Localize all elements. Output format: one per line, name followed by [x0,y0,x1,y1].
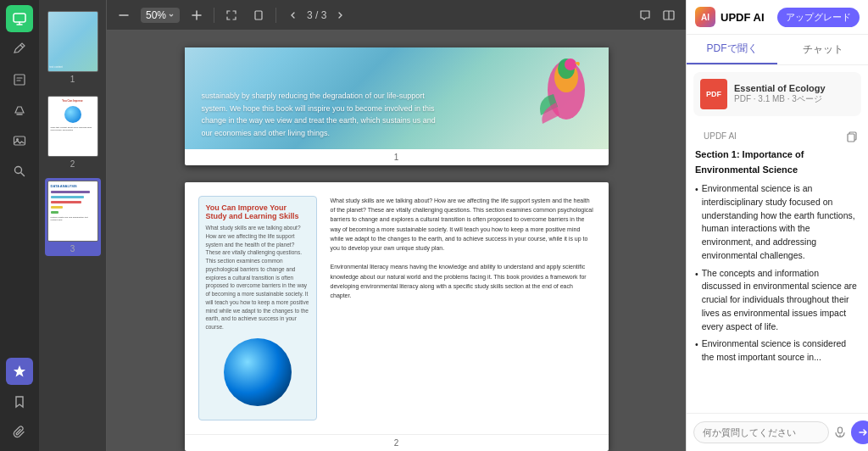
comment-button[interactable] [635,5,655,25]
file-type-icon: PDF [700,79,727,109]
ai-bullet-item: •Environmental science is considered the… [695,337,860,365]
ai-input-row [687,413,868,451]
ai-content-title: Section 1: Importance of Environmental S… [695,148,860,177]
toolbar-search-icon[interactable] [6,158,33,185]
svg-marker-5 [14,365,25,377]
ai-body: Section 1: Importance of Environmental S… [687,148,868,413]
ai-bullets: •Environmental science is an interdiscip… [695,182,860,365]
file-meta: PDF · 3.1 MB · 3ページ [734,93,854,105]
svg-point-15 [565,58,576,70]
next-page-button[interactable] [330,5,350,25]
zoom-display[interactable]: 50% [141,8,180,23]
toolbar-annotate-icon[interactable] [6,66,33,93]
toolbar-highlight-icon[interactable] [6,97,33,124]
thumbnail-sidebar: text content 1 You Can Improve small tex… [39,0,107,451]
tab-chat[interactable]: チャット [777,35,868,64]
svg-rect-2 [14,136,25,145]
file-details: Essential of Ecology PDF · 3.1 MB · 3ページ [734,83,854,105]
thumb-num-2: 2 [70,159,75,169]
ai-bullet-item: •Environmental science is an interdiscip… [695,182,860,263]
bullet-text: Environmental science is an interdiscipl… [702,182,860,263]
ai-chat-input[interactable] [693,421,829,443]
svg-rect-17 [838,427,843,433]
zoom-value: 50% [146,9,166,21]
bullet-text: Environmental science is considered the … [702,337,860,365]
ai-panel: AI UPDF AI アップグレード PDFで聞く チャット PDF Essen… [686,0,868,451]
toolbar-image-icon[interactable] [6,127,33,154]
toolbar-attach-icon[interactable] [6,419,33,446]
page2-num: 2 [185,434,609,451]
svg-rect-9 [255,11,262,19]
ai-title: UPDF AI [721,11,765,24]
toolbar-bookmark-icon[interactable] [6,388,33,415]
page2-right-text: What study skills are we talking about? … [331,196,595,420]
main-area: 50% 3 / 3 [107,0,686,451]
file-info-card: PDF Essential of Ecology PDF · 3.1 MB · … [693,72,861,116]
page1-text: sustainably by sharply reducing the degr… [185,80,456,149]
ai-tab-row: PDFで聞く チャット [687,35,868,65]
fit-width-button[interactable] [221,5,242,25]
zoom-out-button[interactable] [114,5,134,25]
page-1: sustainably by sharply reducing the degr… [185,47,609,165]
svg-rect-0 [14,14,25,22]
top-bar: 50% 3 / 3 [107,0,686,31]
ai-content-header: UPDF AI [687,123,868,148]
upgrade-button[interactable]: アップグレード [777,8,860,27]
toolbar-home-icon[interactable] [6,5,33,32]
prev-page-button[interactable] [283,5,303,25]
page-display: 3 / 3 [307,9,326,21]
bullet-dot: • [695,338,698,365]
page-nav: 3 / 3 [283,5,350,25]
toolbar-ai-icon[interactable] [6,358,33,385]
ai-mic-button[interactable] [834,420,846,444]
zoom-in-button[interactable] [186,5,207,25]
file-name: Essential of Ecology [734,83,854,93]
bullet-dot: • [695,183,698,263]
left-toolbar [0,0,39,451]
pdf-area: sustainably by sharply reducing the degr… [107,31,686,451]
split-view-button[interactable] [659,5,679,25]
ai-logo: AI UPDF AI [695,7,765,27]
thumbnail-2[interactable]: You Can Improve small text content about… [45,93,101,171]
thumb-num-3: 3 [70,244,75,253]
copy-button[interactable] [844,129,860,144]
ai-panel-header: AI UPDF AI アップグレード [687,0,868,35]
svg-rect-16 [848,134,854,142]
thumbnail-3[interactable]: DATA ANALYSIS Natural capital use and de… [45,178,101,256]
page-2: You Can Improve Your Study and Learning … [185,182,609,451]
page2-promo-title: You Can Improve Your Study and Learning … [206,203,309,220]
bullet-text: The concepts and information discussed i… [702,267,860,334]
thumbnail-1[interactable]: text content 1 [45,8,101,86]
ai-logo-icon: AI [695,7,715,27]
ai-section-label: UPDF AI [695,128,745,144]
thumb-num-1: 1 [70,75,75,84]
page1-num: 1 [185,149,609,165]
fit-page-button[interactable] [248,5,269,25]
top-bar-right-icons [635,5,679,25]
tab-pdf[interactable]: PDFで聞く [687,35,777,64]
ai-send-button[interactable] [851,420,868,444]
svg-rect-1 [14,75,25,85]
svg-point-4 [15,167,22,174]
bullet-dot: • [695,268,698,334]
ai-bullet-item: •The concepts and information discussed … [695,267,860,334]
toolbar-edit-icon[interactable] [6,36,33,63]
